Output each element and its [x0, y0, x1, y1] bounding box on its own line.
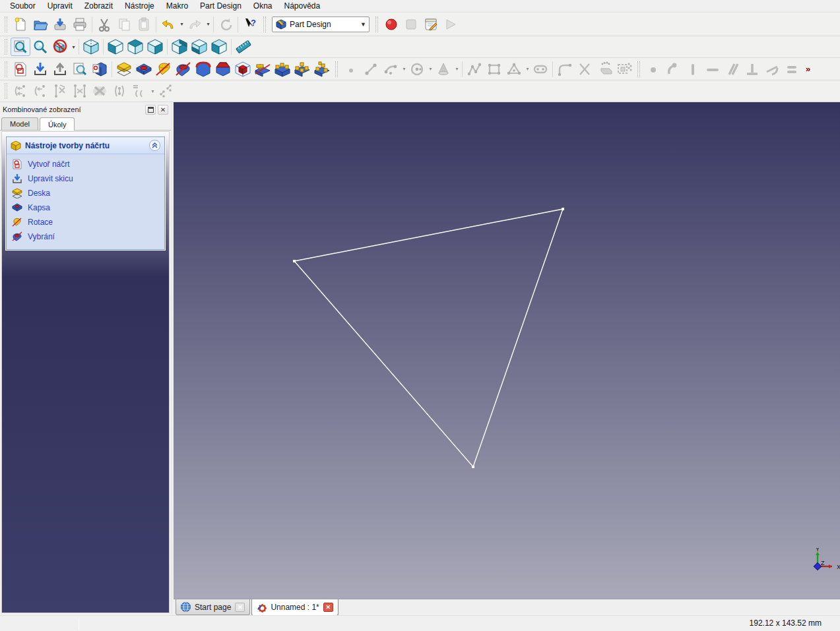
- toolbar-grip[interactable]: [5, 16, 7, 32]
- menu-okna[interactable]: Okna: [247, 0, 278, 12]
- horizontal-constraint-button[interactable]: [703, 60, 723, 78]
- tab-start-page[interactable]: Start page ✕: [176, 599, 250, 615]
- redo-button[interactable]: [185, 15, 205, 34]
- select-dof-button[interactable]: [90, 82, 110, 100]
- axonometric-view-button[interactable]: [81, 38, 101, 56]
- slot-button[interactable]: [531, 60, 550, 78]
- close-panel-icon[interactable]: ✕: [158, 105, 168, 115]
- measure-distance-button[interactable]: [234, 38, 253, 56]
- toggle-driving-constraint-button[interactable]: [129, 82, 149, 100]
- edit-sketch-button[interactable]: [30, 60, 50, 78]
- 3d-viewport[interactable]: Y X Z: [174, 102, 840, 599]
- menu-part-design[interactable]: Part Design: [194, 0, 247, 12]
- close-shape-button[interactable]: [11, 82, 30, 100]
- tab-model[interactable]: Model: [1, 117, 38, 130]
- cut-button[interactable]: [94, 15, 114, 34]
- macro-stop-button[interactable]: [401, 15, 421, 34]
- create-sketch-button[interactable]: [11, 60, 30, 78]
- pad-button[interactable]: [114, 60, 134, 78]
- task-item-vybrani[interactable]: Vybrání: [7, 229, 164, 244]
- undo-dropdown-arrow[interactable]: ▾: [179, 21, 185, 27]
- parallel-constraint-button[interactable]: [723, 60, 742, 78]
- zoom-to-selection-button[interactable]: [30, 38, 50, 56]
- polygon-button[interactable]: [504, 60, 524, 78]
- toolbar-grip[interactable]: [5, 83, 7, 99]
- task-item-upravit-skicu[interactable]: Upravit skicu: [7, 171, 164, 186]
- line-button[interactable]: [361, 60, 381, 78]
- coincident-constraint-button[interactable]: [643, 60, 663, 78]
- fit-all-button[interactable]: [11, 38, 30, 56]
- external-geometry-button[interactable]: [595, 60, 614, 78]
- menu-soubor[interactable]: Soubor: [4, 0, 42, 12]
- menu-makro[interactable]: Makro: [160, 0, 194, 12]
- refresh-button[interactable]: [216, 15, 236, 34]
- menu-napoveda[interactable]: Nápověda: [278, 0, 327, 12]
- clone-button[interactable]: [156, 82, 176, 100]
- bottom-view-button[interactable]: [189, 38, 209, 56]
- point-button[interactable]: [341, 60, 361, 78]
- draft-button[interactable]: [233, 60, 253, 78]
- sketch-triangle[interactable]: [174, 102, 840, 599]
- new-document-button[interactable]: [11, 15, 30, 34]
- close-icon[interactable]: ✕: [323, 603, 333, 612]
- front-view-button[interactable]: [106, 38, 125, 56]
- macro-record-button[interactable]: [381, 15, 401, 34]
- revolution-button[interactable]: [154, 60, 174, 78]
- mirrored-button[interactable]: [253, 60, 273, 78]
- arc-dropdown-arrow[interactable]: ▾: [401, 66, 407, 72]
- chamfer-button[interactable]: [213, 60, 233, 78]
- workbench-selector[interactable]: Part Design ▼: [272, 16, 370, 32]
- view-sketch-button[interactable]: [70, 60, 90, 78]
- whats-this-button[interactable]: ?: [240, 15, 260, 34]
- toggle-driving-dropdown-arrow[interactable]: ▾: [150, 88, 156, 94]
- circle-button[interactable]: [407, 60, 427, 78]
- sketch-fillet-button[interactable]: [555, 60, 575, 78]
- construction-mode-button[interactable]: [614, 60, 634, 78]
- copy-button[interactable]: [114, 15, 134, 34]
- macro-execute-button[interactable]: [441, 15, 461, 34]
- toolbar-grip[interactable]: [263, 16, 266, 32]
- equal-constraint-button[interactable]: [782, 60, 802, 78]
- menu-zobrazit[interactable]: Zobrazit: [79, 0, 119, 12]
- menu-upravit[interactable]: Upravit: [42, 0, 79, 12]
- arc-button[interactable]: [381, 60, 401, 78]
- vertical-constraint-button[interactable]: [683, 60, 703, 78]
- task-item-deska[interactable]: Deska: [7, 186, 164, 200]
- close-icon[interactable]: ✕: [235, 603, 245, 612]
- task-section-header[interactable]: Nástroje tvorby náčrtu: [7, 137, 164, 154]
- map-sketch-to-face-button[interactable]: [90, 60, 110, 78]
- draw-style-dropdown-arrow[interactable]: ▾: [71, 44, 77, 50]
- redo-dropdown-arrow[interactable]: ▾: [205, 21, 211, 27]
- conic-dropdown-arrow[interactable]: ▾: [454, 66, 460, 72]
- polygon-dropdown-arrow[interactable]: ▾: [525, 66, 531, 72]
- float-panel-icon[interactable]: [145, 105, 156, 115]
- chevron-up-icon[interactable]: [149, 140, 160, 151]
- polyline-button[interactable]: [465, 60, 484, 78]
- perpendicular-constraint-button[interactable]: [742, 60, 762, 78]
- trim-edge-button[interactable]: [575, 60, 595, 78]
- connect-edges-button[interactable]: [30, 82, 50, 100]
- left-view-button[interactable]: [209, 38, 229, 56]
- open-document-button[interactable]: [30, 15, 50, 34]
- toolbar-grip[interactable]: [637, 61, 640, 77]
- task-item-kapsa[interactable]: Kapsa: [7, 200, 164, 215]
- select-redundant-constraints-button[interactable]: [50, 82, 70, 100]
- select-conflicting-constraints-button[interactable]: [70, 82, 90, 100]
- toolbar-grip[interactable]: [5, 39, 7, 55]
- rear-view-button[interactable]: [170, 38, 189, 56]
- toolbar-overflow-chevron[interactable]: »: [806, 64, 810, 74]
- dock-title-bar[interactable]: Kombinované zobrazení ✕: [0, 102, 171, 117]
- toolbar-grip[interactable]: [375, 16, 378, 32]
- pocket-button[interactable]: [134, 60, 154, 78]
- multitransform-button[interactable]: [312, 60, 332, 78]
- task-item-rotace[interactable]: Rotace: [7, 215, 164, 229]
- rectangle-button[interactable]: [484, 60, 504, 78]
- polar-pattern-button[interactable]: [292, 60, 312, 78]
- macro-edit-button[interactable]: [421, 15, 441, 34]
- internal-geometry-button[interactable]: [110, 82, 129, 100]
- groove-button[interactable]: [174, 60, 193, 78]
- toolbar-grip[interactable]: [5, 61, 7, 77]
- tab-ukoly[interactable]: Úkoly: [40, 117, 75, 131]
- right-view-button[interactable]: [145, 38, 165, 56]
- print-button[interactable]: [70, 15, 90, 34]
